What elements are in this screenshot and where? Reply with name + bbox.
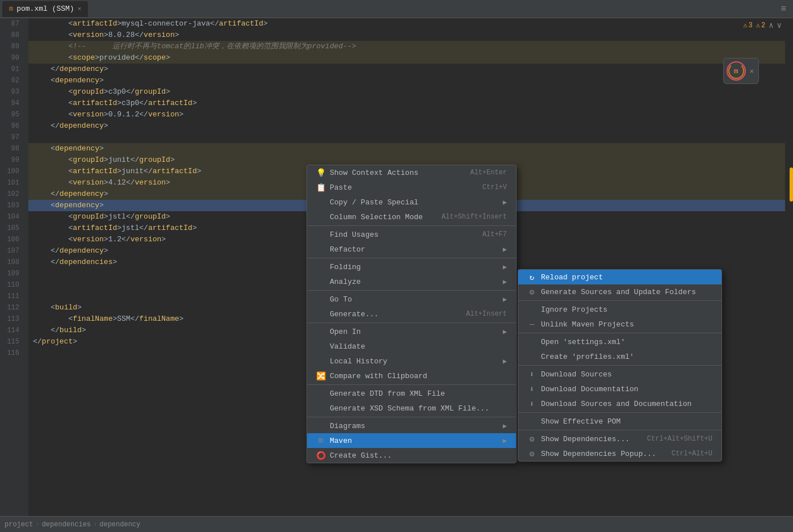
maven-popup-close-button[interactable]: ✕ (750, 67, 754, 76)
warning-indicator: ⚠ 3 (743, 21, 752, 30)
menu-arrow-diagrams: ▶ (503, 422, 507, 430)
submenu-item-create-profiles[interactable]: Create 'profiles.xml' (518, 349, 721, 364)
line-number-112: 112 (0, 302, 24, 313)
line-number-93: 93 (0, 86, 24, 98)
line-number-116: 116 (0, 347, 24, 359)
line-number-113: 113 (0, 313, 24, 325)
submenu-label-reload-project: Reload project (541, 273, 603, 282)
menu-label-show-context-actions: Show Context Actions (330, 169, 418, 177)
line-number-98: 98 (0, 143, 24, 154)
submenu-item-reload-project[interactable]: ↻Reload project (518, 270, 721, 284)
breadcrumb-project: project (5, 521, 33, 529)
menu-item-go-to[interactable]: Go To▶ (307, 292, 516, 307)
code-line-97 (28, 132, 785, 143)
menu-item-folding[interactable]: Folding▶ (307, 259, 516, 274)
line-number-87: 87 (0, 18, 24, 30)
code-line-98: <dependency> (28, 143, 785, 154)
submenu-shortcut-show-dependencies: Ctrl+Alt+Shift+U (647, 435, 712, 443)
menu-item-compare-clipboard[interactable]: 🔀Compare with Clipboard (307, 368, 516, 383)
line-number-102: 102 (0, 188, 24, 200)
submenu-item-download-docs[interactable]: ⬇Download Documentation (518, 382, 721, 396)
submenu-label-create-profiles: Create 'profiles.xml' (541, 353, 634, 361)
menu-item-show-context-actions[interactable]: 💡Show Context ActionsAlt+Enter (307, 165, 516, 180)
menu-label-generate: Generate... (330, 310, 379, 319)
submenu-item-show-effective-pom[interactable]: Show Effective POM (518, 414, 721, 429)
line-number-92: 92 (0, 75, 24, 86)
submenu-item-unlink-maven[interactable]: —Unlink Maven Projects (518, 317, 721, 332)
submenu-item-ignore-projects[interactable]: Ignore Projects (518, 302, 721, 317)
menu-label-go-to: Go To (330, 295, 352, 304)
line-number-99: 99 (0, 154, 24, 166)
line-number-89: 89 (0, 41, 24, 52)
line-number-114: 114 (0, 325, 24, 336)
nav-up-arrow[interactable]: ∧ (769, 20, 773, 30)
menu-icon-create-gist: ⭕ (316, 451, 325, 460)
line-number-101: 101 (0, 177, 24, 188)
menu-shortcut-find-usages: Alt+F7 (482, 231, 507, 238)
menu-label-analyze: Analyze (330, 278, 361, 286)
submenu-item-download-sources[interactable]: ⬇Download Sources (518, 367, 721, 382)
submenu-item-open-settings[interactable]: Open 'settings.xml' (518, 334, 721, 349)
menu-item-refactor[interactable]: Refactor▶ (307, 242, 516, 257)
menu-arrow-copy-paste-special: ▶ (503, 198, 507, 207)
menu-arrow-analyze: ▶ (503, 278, 507, 286)
menu-item-gen-xsd[interactable]: Generate XSD Schema from XML File... (307, 401, 516, 416)
menu-item-maven[interactable]: mMaven▶ (307, 433, 516, 448)
submenu-item-show-dependencies[interactable]: ⚙Show Dependencies...Ctrl+Alt+Shift+U (518, 432, 721, 446)
submenu-icon-show-dependencies: ⚙ (527, 434, 536, 444)
line-number-103: 103 (0, 200, 24, 211)
line-number-111: 111 (0, 291, 24, 302)
tab-bar: m pom.xml (SSM) × ≡ (0, 0, 793, 18)
menu-label-open-in: Open In (330, 328, 361, 336)
menu-label-diagrams: Diagrams (330, 422, 365, 430)
submenu-item-show-deps-popup[interactable]: ⚙Show Dependencies Popup...Ctrl+Alt+U (518, 446, 721, 461)
line-number-88: 88 (0, 30, 24, 41)
code-line-94: <artifactId>c3p0</artifactId> (28, 98, 785, 109)
submenu-icon-generate-sources: ⚙ (527, 287, 536, 297)
tab-pom-xml[interactable]: m pom.xml (SSM) × (2, 1, 88, 17)
line-number-95: 95 (0, 109, 24, 120)
menu-item-diagrams[interactable]: Diagrams▶ (307, 418, 516, 433)
line-number-91: 91 (0, 64, 24, 75)
scrollbar-gutter (785, 18, 793, 516)
code-line-89: <!-- 运行时不再与tomcat的lib冲突，在依赖项的范围我限制为provi… (28, 41, 785, 52)
maven-popup-icon: m (728, 63, 744, 79)
menu-label-compare-clipboard: Compare with Clipboard (330, 372, 427, 380)
submenu-item-download-sources-docs[interactable]: ⬇Download Sources and Documentation (518, 396, 721, 411)
tab-menu-button[interactable]: ≡ (776, 4, 791, 14)
menu-item-local-history[interactable]: Local History▶ (307, 354, 516, 368)
menu-item-column-selection[interactable]: Column Selection ModeAlt+Shift+Insert (307, 210, 516, 224)
submenu-label-open-settings: Open 'settings.xml' (541, 338, 625, 346)
nav-down-arrow[interactable]: ∨ (777, 20, 782, 30)
menu-icon-paste: 📋 (316, 183, 325, 192)
submenu-divider-show-dependencies (518, 430, 721, 430)
submenu-item-generate-sources[interactable]: ⚙Generate Sources and Update Folders (518, 284, 721, 299)
menu-item-analyze[interactable]: Analyze▶ (307, 274, 516, 289)
code-line-92: <dependency> (28, 75, 785, 86)
submenu-label-download-sources-docs: Download Sources and Documentation (541, 400, 691, 408)
menu-item-paste[interactable]: 📋PasteCtrl+V (307, 180, 516, 195)
menu-divider-folding (307, 258, 516, 258)
menu-item-gen-dtd[interactable]: Generate DTD from XML File (307, 386, 516, 401)
menu-item-copy-paste-special[interactable]: Copy / Paste Special▶ (307, 195, 516, 210)
menu-item-validate[interactable]: Validate (307, 339, 516, 354)
breadcrumb-dependency: dependency (99, 521, 140, 529)
tab-close-button[interactable]: × (78, 6, 82, 12)
code-line-96: </dependency> (28, 120, 785, 132)
code-line-88: <version>8.0.28</version> (28, 30, 785, 41)
menu-shortcut-column-selection: Alt+Shift+Insert (442, 213, 507, 221)
menu-item-open-in[interactable]: Open In▶ (307, 324, 516, 339)
menu-item-find-usages[interactable]: Find UsagesAlt+F7 (307, 227, 516, 242)
menu-item-generate[interactable]: Generate...Alt+Insert (307, 307, 516, 321)
line-number-107: 107 (0, 245, 24, 257)
menu-divider-find-usages (307, 225, 516, 226)
breadcrumb-dependencies: dependencies (42, 521, 91, 529)
submenu-label-show-effective-pom: Show Effective POM (541, 417, 620, 426)
line-number-115: 115 (0, 336, 24, 347)
menu-shortcut-generate: Alt+Insert (466, 310, 507, 318)
submenu-divider-ignore-projects (518, 300, 721, 301)
menu-label-maven: Maven (330, 437, 352, 445)
submenu-label-ignore-projects: Ignore Projects (541, 305, 607, 314)
menu-arrow-folding: ▶ (503, 263, 507, 271)
menu-item-create-gist[interactable]: ⭕Create Gist... (307, 448, 516, 463)
